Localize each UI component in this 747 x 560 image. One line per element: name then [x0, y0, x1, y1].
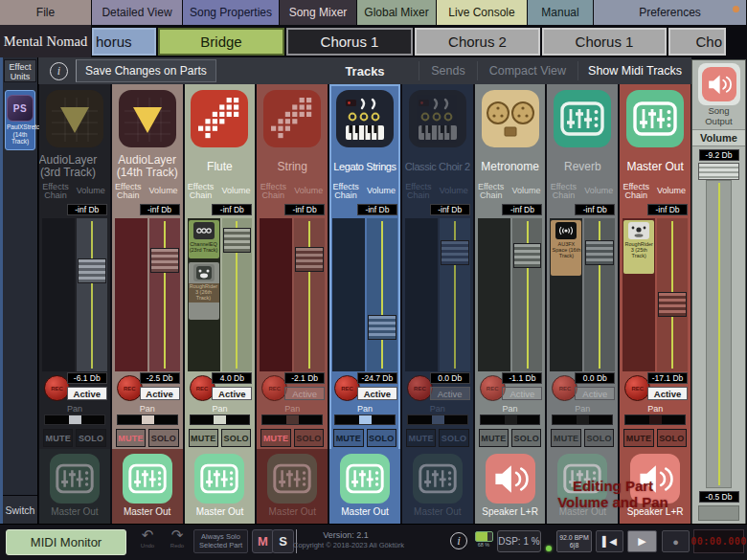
active-toggle[interactable]: Active — [284, 387, 325, 400]
section-tab-bridge[interactable]: Bridge — [158, 28, 284, 56]
effect-tile[interactable]: RoughRider 3 (26th Track) — [189, 262, 219, 320]
solo-button[interactable]: SOLO — [367, 429, 396, 447]
mute-button[interactable]: MUTE — [623, 429, 653, 447]
active-toggle[interactable]: Active — [140, 387, 180, 400]
mute-button[interactable]: MUTE — [551, 429, 580, 447]
active-toggle[interactable]: Active — [67, 387, 107, 400]
effects-chain-slot[interactable] — [42, 218, 75, 371]
volume-fader[interactable] — [294, 218, 325, 371]
channel-strip-audiolayer-14th-track-[interactable]: AudioLayer(14th Track)EffectsChainVolume… — [112, 84, 183, 525]
mute-button[interactable]: MUTE — [479, 429, 509, 447]
output-slot[interactable]: Master Out — [112, 449, 183, 525]
mute-button[interactable]: MUTE — [333, 429, 363, 447]
output-slot[interactable]: Master Out — [329, 449, 400, 525]
mute-button[interactable]: MUTE — [43, 429, 73, 447]
show-midi-tracks-button[interactable]: Show Midi Tracks — [577, 61, 691, 80]
solo-button[interactable]: SOLO — [148, 429, 178, 447]
mute-button[interactable]: MUTE — [189, 429, 218, 447]
record-button[interactable]: ● — [662, 530, 690, 552]
effects-chain-slot[interactable] — [478, 218, 510, 371]
effect-tile[interactable]: AU3FX Space (16th Track) — [551, 220, 581, 276]
pan-track[interactable] — [334, 414, 396, 425]
section-tab-horus[interactable]: horus — [92, 28, 156, 56]
pan-track[interactable] — [117, 414, 178, 425]
active-toggle[interactable]: Active — [647, 387, 688, 400]
menu-tab-file[interactable]: File — [0, 0, 92, 25]
effect-tile[interactable]: RoughRider 3 (25th Track) — [623, 220, 654, 274]
info-icon[interactable]: i — [450, 532, 467, 549]
midi-monitor-button[interactable]: MIDI Monitor — [6, 529, 126, 555]
pan-track[interactable] — [480, 414, 541, 425]
pan-track[interactable] — [407, 414, 468, 425]
solo-button[interactable]: SOLO — [221, 429, 251, 447]
active-toggle[interactable]: Active — [502, 387, 542, 400]
pan-control[interactable]: Pan — [329, 404, 400, 428]
effects-chain-slot[interactable]: ChannelEQ (23rd Track)RoughRider 3 (26th… — [188, 218, 220, 371]
output-slot[interactable]: Speaker L+R — [475, 449, 546, 525]
pan-track[interactable] — [261, 414, 323, 425]
output-icon[interactable] — [123, 454, 172, 504]
channel-strip-classic-choir-2[interactable]: Classic Choir 2EffectsChainVolume-inf Db… — [402, 84, 473, 525]
channel-strip-legato-strings[interactable]: Legato StringsEffectsChainVolume-inf DbR… — [329, 84, 400, 525]
channel-strip-flute[interactable]: FluteEffectsChainVolume-inf DbChannelEQ … — [185, 84, 256, 525]
fader-handle[interactable] — [150, 248, 179, 273]
pan-control[interactable]: Pan — [257, 404, 328, 428]
solo-button[interactable]: SOLO — [294, 429, 324, 447]
output-slot[interactable]: Master Out — [402, 449, 473, 525]
active-toggle[interactable]: Active — [212, 387, 252, 400]
pan-control[interactable]: Pan — [547, 404, 618, 428]
volume-fader[interactable] — [222, 218, 253, 371]
volume-fader[interactable] — [440, 218, 470, 371]
compact-view-button[interactable]: Compact View — [477, 61, 577, 80]
pan-control[interactable]: Pan — [112, 404, 183, 428]
channel-strip-audiolayer-3rd-track-[interactable]: AudioLayer(3rd Track)EffectsChainVolume-… — [39, 84, 110, 525]
song-output-fader-track[interactable] — [706, 180, 732, 488]
switch-button[interactable]: Switch — [3, 495, 37, 525]
volume-fader[interactable] — [657, 218, 688, 371]
effects-chain-slot[interactable]: AU3FX Space (16th Track) — [550, 218, 582, 371]
mute-button[interactable]: MUTE — [116, 429, 146, 447]
menu-tab-live-console[interactable]: Live Console — [437, 0, 528, 25]
volume-fader[interactable] — [149, 218, 180, 371]
fader-handle[interactable] — [658, 292, 687, 317]
section-tab-chorus-2[interactable]: Chorus 2 — [415, 28, 540, 56]
pan-control[interactable]: Pan — [620, 404, 690, 428]
volume-fader[interactable] — [584, 218, 615, 371]
effect-unit-paulxstretch[interactable]: PS PaulXStretch (14th Track) — [5, 90, 35, 150]
pan-thumb[interactable] — [142, 415, 154, 424]
pan-thumb[interactable] — [286, 415, 299, 424]
volume-fader[interactable] — [77, 218, 107, 371]
song-output-fader-handle[interactable] — [698, 163, 739, 180]
pan-control[interactable]: Pan — [185, 404, 256, 428]
fader-handle[interactable] — [78, 258, 106, 283]
output-slot[interactable]: Master Out — [185, 449, 256, 525]
section-tab-cho[interactable]: Cho — [668, 28, 726, 56]
solo-global-button[interactable]: S — [272, 529, 294, 553]
pan-thumb[interactable] — [505, 415, 517, 424]
output-icon[interactable] — [486, 454, 535, 504]
pan-track[interactable] — [624, 414, 686, 425]
sends-button[interactable]: Sends — [419, 61, 476, 80]
fader-handle[interactable] — [295, 247, 324, 272]
menu-tab-global-mixer[interactable]: Global Mixer — [357, 0, 437, 25]
fader-handle[interactable] — [585, 240, 614, 265]
menu-tab-preferences[interactable]: Preferences — [594, 0, 747, 25]
output-icon[interactable] — [194, 454, 244, 504]
solo-button[interactable]: SOLO — [584, 429, 614, 447]
pan-control[interactable]: Pan — [39, 404, 110, 428]
channel-strip-master-out[interactable]: Master OutEffectsChainVolume-inf DbRough… — [620, 84, 690, 525]
mute-button[interactable]: MUTE — [406, 429, 436, 447]
channel-strip-reverb[interactable]: ReverbEffectsChainVolume-inf DbAU3FX Spa… — [547, 84, 618, 525]
effects-chain-slot[interactable] — [260, 218, 292, 371]
effects-chain-slot[interactable] — [332, 218, 365, 371]
fader-handle[interactable] — [368, 315, 396, 340]
redo-button[interactable]: ↷Redo — [164, 527, 191, 554]
active-toggle[interactable]: Active — [357, 387, 397, 400]
pan-track[interactable] — [190, 414, 251, 425]
section-tab-chorus-1[interactable]: Chorus 1 — [286, 28, 413, 56]
pan-thumb[interactable] — [214, 415, 226, 424]
volume-fader[interactable] — [367, 218, 397, 371]
volume-fader[interactable] — [512, 218, 543, 371]
effects-chain-slot[interactable] — [405, 218, 438, 371]
info-icon[interactable]: i — [50, 62, 68, 80]
